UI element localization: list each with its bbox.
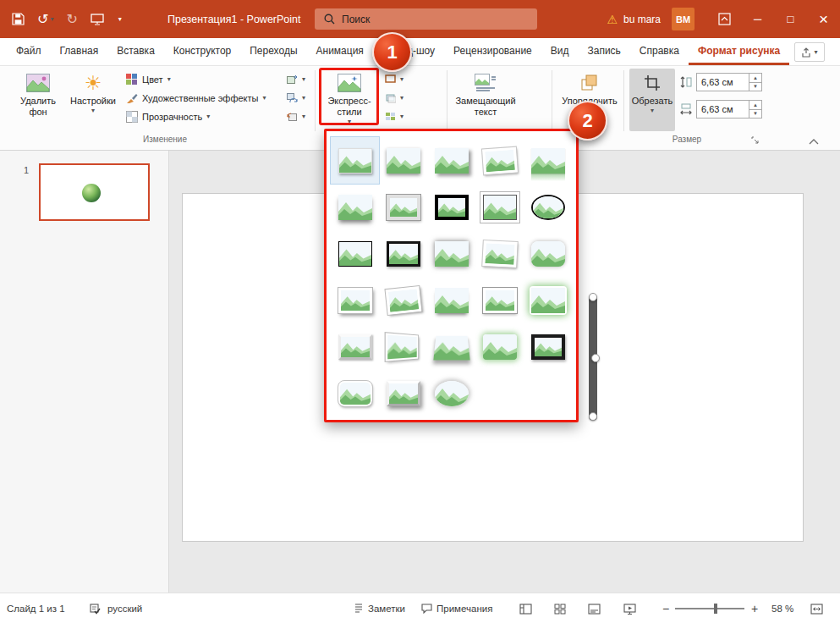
fit-to-window-button[interactable]	[810, 593, 823, 623]
picture-style-option[interactable]	[524, 230, 572, 277]
artistic-effects-menu-button[interactable]: Художественные эффекты ▾	[124, 89, 268, 108]
picture-style-option[interactable]	[379, 230, 427, 277]
picture-style-option[interactable]	[524, 137, 572, 184]
reset-picture-button[interactable]: ▾	[284, 108, 308, 126]
selection-handle-top[interactable]	[589, 293, 597, 301]
size-dialog-launcher-icon[interactable]	[751, 135, 760, 147]
normal-view-button[interactable]	[519, 593, 532, 623]
tab-insert[interactable]: Вставка	[107, 38, 164, 65]
slideshow-view-button[interactable]	[623, 593, 636, 623]
crop-button[interactable]: Обрезать ▾	[629, 69, 675, 131]
picture-border-caret-icon: ▾	[400, 76, 404, 83]
picture-effects-button[interactable]: ▾	[382, 89, 406, 108]
selection-handle-bottom[interactable]	[589, 412, 597, 421]
zoom-slider[interactable]	[675, 593, 744, 623]
picture-style-option[interactable]	[475, 230, 524, 277]
account-alert[interactable]: ⚠ bu mara	[607, 13, 661, 26]
picture-style-option[interactable]	[331, 323, 379, 370]
tab-file[interactable]: Файл	[7, 38, 51, 65]
save-icon[interactable]	[12, 13, 25, 25]
compress-picture-button[interactable]: ▾	[284, 70, 308, 89]
picture-style-option[interactable]	[475, 137, 524, 184]
redo-button[interactable]: ↻	[66, 13, 77, 26]
height-input[interactable]: 6,63 см ▲ ▼	[696, 73, 762, 91]
tab-picture-format[interactable]: Формат рисунка	[689, 38, 789, 65]
picture-style-option[interactable]	[379, 323, 427, 370]
picture-style-option[interactable]	[379, 137, 427, 184]
picture-style-option[interactable]	[524, 323, 572, 370]
shape-width-icon	[680, 102, 692, 116]
picture-style-option[interactable]	[331, 370, 379, 416]
start-slideshow-button[interactable]	[91, 14, 104, 25]
slide-sorter-view-button[interactable]	[554, 593, 566, 623]
picture-style-option[interactable]	[427, 230, 475, 277]
color-menu-button[interactable]: Цвет ▾	[124, 70, 268, 89]
customize-qat-caret-icon[interactable]: ▾	[118, 16, 122, 23]
width-spin-down-icon[interactable]: ▼	[749, 110, 761, 119]
change-picture-button[interactable]: ▾	[284, 89, 308, 108]
picture-style-option[interactable]	[331, 277, 379, 323]
collapse-ribbon-button[interactable]	[809, 135, 819, 147]
tab-design[interactable]: Конструктор	[164, 38, 240, 65]
alt-text-button[interactable]: Замещающий текст	[453, 69, 518, 118]
slide-indicator[interactable]: Слайд 1 из 1	[7, 593, 65, 623]
picture-border-button[interactable]: ▾	[382, 70, 406, 89]
selection-handle-middle[interactable]	[591, 354, 600, 362]
picture-style-option[interactable]	[427, 277, 475, 323]
search-box[interactable]	[315, 8, 537, 30]
search-input[interactable]	[342, 14, 519, 25]
tab-view[interactable]: Вид	[541, 38, 579, 65]
picture-style-option[interactable]	[427, 323, 475, 370]
language-indicator[interactable]: русский	[107, 593, 142, 623]
share-button[interactable]: ▾	[794, 42, 825, 62]
landscape-thumbnail-icon	[387, 381, 420, 406]
landscape-thumbnail-icon	[338, 148, 372, 174]
picture-style-option[interactable]	[379, 370, 427, 416]
picture-style-option[interactable]	[524, 184, 572, 230]
zoom-slider-thumb[interactable]	[714, 604, 717, 614]
landscape-thumbnail-icon	[531, 288, 565, 313]
avatar[interactable]: BM	[672, 8, 695, 30]
minimize-button[interactable]: ─	[741, 0, 774, 38]
width-input[interactable]: 6,63 см ▲ ▼	[696, 100, 762, 119]
tab-home[interactable]: Главная	[51, 38, 108, 65]
picture-style-option[interactable]	[331, 137, 379, 184]
quick-styles-button[interactable]: Экспресс-стили ▾	[322, 69, 376, 125]
zoom-in-button[interactable]: +	[751, 593, 758, 623]
tab-help[interactable]: Справка	[630, 38, 689, 65]
undo-button[interactable]: ↺▾	[37, 13, 53, 26]
picture-style-option[interactable]	[379, 277, 427, 323]
landscape-thumbnail-icon	[385, 333, 417, 361]
tab-transitions[interactable]: Переходы	[240, 38, 306, 65]
tab-review[interactable]: Рецензирование	[444, 38, 541, 65]
width-spin-up-icon[interactable]: ▲	[749, 101, 761, 110]
ribbon-display-options-button[interactable]	[708, 0, 741, 38]
maximize-button[interactable]: □	[774, 0, 807, 38]
slide-thumbnail[interactable]	[39, 163, 150, 221]
notes-button[interactable]: Заметки	[354, 593, 405, 623]
height-spin-down-icon[interactable]: ▼	[749, 83, 761, 91]
picture-style-option[interactable]	[475, 277, 524, 323]
picture-style-option[interactable]	[331, 230, 379, 277]
picture-layout-button[interactable]: ▾	[382, 108, 406, 126]
tab-animations[interactable]: Анимация	[307, 38, 373, 65]
comments-button[interactable]: Примечания	[421, 593, 492, 623]
height-spin-up-icon[interactable]: ▲	[749, 74, 761, 83]
close-button[interactable]: ×	[807, 0, 840, 38]
picture-style-option[interactable]	[331, 184, 379, 230]
picture-style-option[interactable]	[427, 184, 475, 230]
zoom-level[interactable]: 58 %	[771, 593, 793, 623]
picture-style-option[interactable]	[379, 184, 427, 230]
zoom-out-button[interactable]: −	[662, 593, 669, 623]
picture-style-option[interactable]	[427, 137, 475, 184]
picture-style-option[interactable]	[475, 323, 524, 370]
picture-style-option[interactable]	[427, 370, 475, 416]
picture-style-option[interactable]	[475, 184, 524, 230]
reading-view-button[interactable]	[588, 593, 601, 623]
remove-background-button[interactable]: Удалить фон	[12, 69, 64, 118]
transparency-menu-button[interactable]: Прозрачность ▾	[124, 108, 268, 126]
picture-style-option[interactable]	[524, 277, 572, 323]
corrections-button[interactable]: ☀ Настройки ▾	[69, 69, 117, 114]
tab-record[interactable]: Запись	[578, 38, 629, 65]
spellcheck-button[interactable]	[90, 593, 101, 623]
